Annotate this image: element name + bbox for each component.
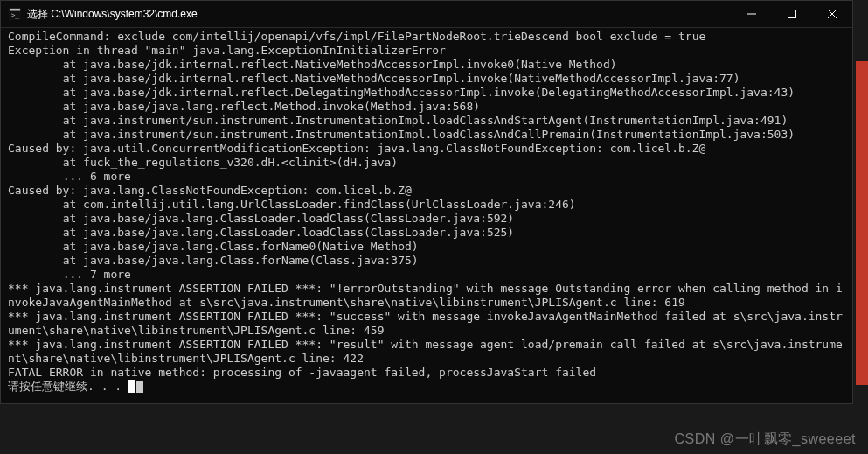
terminal-line: CompileCommand: exclude com/intellij/ope…: [8, 30, 849, 44]
cmd-icon: >_: [8, 7, 22, 21]
svg-text:>_: >_: [11, 11, 20, 19]
close-button[interactable]: [812, 1, 852, 27]
terminal-line: ... 7 more: [8, 268, 849, 282]
minimize-button[interactable]: [732, 1, 772, 27]
terminal-line: at java.base/jdk.internal.reflect.Native…: [8, 58, 849, 72]
terminal-line: FATAL ERROR in native method: processing…: [8, 366, 849, 380]
titlebar[interactable]: >_ 选择 C:\Windows\system32\cmd.exe: [1, 1, 852, 27]
terminal-line: at java.base/java.lang.ClassLoader.loadC…: [8, 212, 849, 226]
csdn-watermark: CSDN @一叶飘零_sweeeet: [674, 430, 856, 449]
terminal-output[interactable]: CompileCommand: exclude com/intellij/ope…: [1, 27, 852, 403]
terminal-line: *** java.lang.instrument ASSERTION FAILE…: [8, 338, 849, 366]
terminal-line: Caused by: java.lang.ClassNotFoundExcept…: [8, 184, 849, 198]
terminal-line: at java.base/java.lang.reflect.Method.in…: [8, 100, 849, 114]
terminal-line: at java.instrument/sun.instrument.Instru…: [8, 114, 849, 128]
terminal-line: at java.base/jdk.internal.reflect.Native…: [8, 72, 849, 86]
terminal-line: at java.instrument/sun.instrument.Instru…: [8, 128, 849, 142]
maximize-button[interactable]: [772, 1, 812, 27]
prompt-text: 请按任意键继续. . .: [8, 380, 128, 393]
terminal-line: at fuck_the_regulations_v320.dH.<clinit>…: [8, 156, 849, 170]
terminal-line: *** java.lang.instrument ASSERTION FAILE…: [8, 282, 849, 310]
terminal-line: at java.base/java.lang.Class.forName(Cla…: [8, 254, 849, 268]
cmd-window: >_ 选择 C:\Windows\system32\cmd.exe Compil…: [0, 0, 853, 404]
terminal-line: at java.base/jdk.internal.reflect.Delega…: [8, 86, 849, 100]
terminal-line: *** java.lang.instrument ASSERTION FAILE…: [8, 310, 849, 338]
background-red-strip: [856, 61, 868, 385]
svg-rect-4: [788, 10, 796, 18]
terminal-prompt-line: 请按任意键继续. . .: [8, 380, 849, 394]
terminal-line: at java.base/java.lang.Class.forName0(Na…: [8, 240, 849, 254]
selection-block: [128, 380, 135, 393]
terminal-line: ... 6 more: [8, 170, 849, 184]
cursor: [136, 381, 143, 393]
terminal-line: Caused by: java.util.ConcurrentModificat…: [8, 142, 849, 156]
terminal-line: at java.base/java.lang.ClassLoader.loadC…: [8, 226, 849, 240]
window-title: 选择 C:\Windows\system32\cmd.exe: [27, 7, 198, 22]
terminal-line: Exception in thread "main" java.lang.Exc…: [8, 44, 849, 58]
terminal-line: at com.intellij.util.lang.UrlClassLoader…: [8, 198, 849, 212]
